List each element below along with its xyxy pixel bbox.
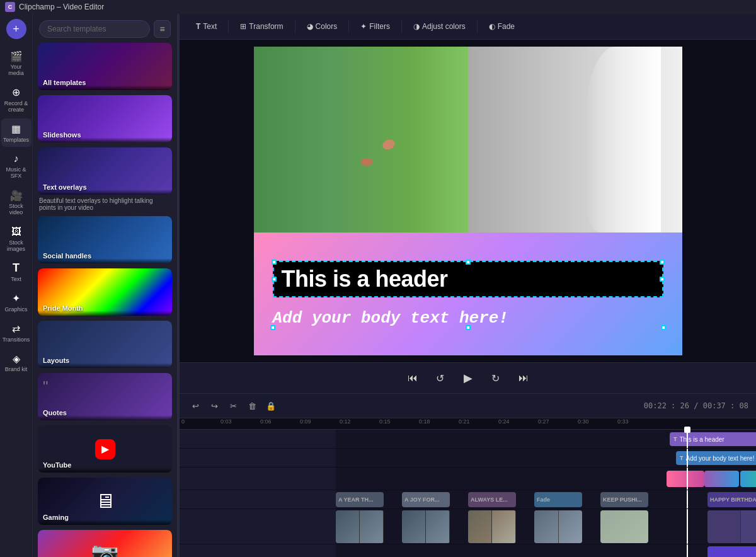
stock-images-icon: 🖼	[9, 225, 23, 239]
track-row-body: T Add your body text here!	[180, 449, 756, 468]
template-youtube[interactable]: ▶ YouTube	[38, 425, 172, 473]
color-clip-1[interactable]	[667, 471, 704, 487]
toolbar-filters-btn[interactable]: ✦ Filters	[354, 19, 396, 34]
template-quotes[interactable]: " Quotes	[38, 373, 172, 420]
template-label-social: Social handles	[43, 252, 91, 260]
toolbar-sep-1	[228, 20, 229, 33]
redo-button[interactable]: ↪	[206, 398, 222, 414]
video-clip-always-label: ALWAYS LE...	[471, 497, 508, 503]
handle-tm[interactable]	[466, 260, 471, 265]
sidebar-item-your-media[interactable]: 🎬 Your media	[1, 45, 32, 81]
template-social-handles[interactable]: Social handles	[38, 216, 172, 263]
app-icon: C	[5, 2, 15, 12]
track-content-body: T Add your body text here!	[336, 449, 756, 467]
sidebar-item-record-create[interactable]: ⊕ Record & create	[1, 82, 32, 117]
color-clip-3[interactable]	[740, 471, 756, 487]
template-all-templates[interactable]: All templates	[38, 43, 172, 90]
handle-mr[interactable]	[660, 277, 665, 282]
sidebar-item-templates[interactable]: ▦ Templates	[1, 118, 32, 147]
body-text-track[interactable]: T Add your body text here!	[676, 451, 756, 465]
toolbar-filters-label: Filters	[369, 22, 390, 31]
track-row-thumbnails	[180, 509, 756, 544]
video-clip-a-joy[interactable]: A JOY FOR...	[402, 492, 450, 507]
instagram-icon: 📷	[91, 541, 119, 558]
playhead-clips	[687, 490, 688, 508]
handle-br[interactable]	[661, 325, 666, 330]
sidebar-item-transitions[interactable]: ⇄ Transitions	[1, 318, 32, 347]
color-clip-2[interactable]	[704, 471, 739, 487]
sidebar-item-stock-images[interactable]: 🖼 Stock images	[1, 221, 32, 256]
handle-tl[interactable]	[272, 260, 277, 265]
video-clip-keep[interactable]: KEEP PUSHI...	[600, 492, 648, 507]
filter-button[interactable]: ≡	[154, 20, 171, 38]
video-upper: Watermarked	[254, 47, 682, 233]
video-clip-fade[interactable]: Fade	[534, 492, 582, 507]
toolbar-transform-btn[interactable]: ⊞ Transform	[234, 19, 289, 34]
undo-button[interactable]: ↩	[187, 398, 203, 414]
rewind-button[interactable]: ↺	[432, 369, 449, 387]
forward-button[interactable]: ↻	[487, 369, 505, 387]
sidebar-label-templates: Templates	[3, 137, 29, 144]
total-frame-sep: :	[730, 401, 735, 410]
thumb-strip-4[interactable]	[534, 510, 582, 543]
cut-button[interactable]: ✂	[225, 398, 241, 414]
handle-bm[interactable]	[466, 325, 471, 330]
toolbar-sep-3	[348, 20, 349, 33]
youtube-play-icon: ▶	[95, 439, 115, 459]
sidebar-item-brand-kit[interactable]: ◈ Brand kit	[1, 348, 32, 377]
transform-icon: ⊞	[240, 22, 246, 31]
filters-icon: ✦	[360, 22, 367, 31]
body-text-display[interactable]: Add your body text here!	[273, 309, 663, 328]
track-content-thumbs	[336, 509, 756, 544]
lock-button[interactable]: 🔒	[263, 398, 279, 414]
toolbar-fade-btn[interactable]: ◐ Fade	[483, 19, 521, 34]
template-instagram[interactable]: 📷 Instagram	[38, 530, 172, 557]
toolbar-adjust-colors-btn[interactable]: ◑ Adjust colors	[407, 19, 472, 34]
colors-icon: ◕	[307, 22, 313, 31]
thumb-strip-2[interactable]	[402, 510, 450, 543]
search-bar: ≡	[33, 14, 177, 43]
add-button[interactable]: +	[6, 19, 26, 39]
sidebar-item-graphics[interactable]: ✦ Graphics	[1, 288, 32, 317]
sidebar-item-text[interactable]: T Text	[1, 258, 32, 287]
handle-ml[interactable]	[272, 277, 277, 282]
template-slideshows[interactable]: Slideshows	[38, 95, 172, 142]
header-text-track[interactable]: T This is a header	[670, 432, 756, 446]
handle-tr[interactable]	[660, 260, 665, 265]
sidebar-item-music-sfx[interactable]: ♪ Music & SFX	[1, 148, 32, 183]
bottom-purple-track[interactable]	[707, 546, 756, 557]
toolbar-colors-btn[interactable]: ◕ Colors	[301, 19, 344, 34]
video-clip-happy[interactable]: HAPPY BIRTHDAY	[707, 492, 756, 507]
sidebar-item-stock-video[interactable]: 🎥 Stock video	[1, 185, 32, 220]
header-text-display[interactable]: This is a header	[273, 261, 663, 297]
template-gaming[interactable]: 🖥 Gaming	[38, 478, 172, 525]
search-input[interactable]	[39, 20, 150, 38]
play-button[interactable]: ▶	[459, 369, 477, 387]
template-text-overlays[interactable]: Text overlays Beautiful text overlays to…	[38, 147, 172, 211]
thumb-strip-1[interactable]	[336, 510, 384, 543]
thumb-strip-5[interactable]	[600, 510, 648, 543]
thumb-strip-6[interactable]	[707, 510, 756, 543]
skip-back-button[interactable]: ⏮	[404, 369, 421, 387]
playhead-color	[687, 468, 688, 490]
current-time: 00:22	[644, 401, 667, 410]
record-icon: ⊕	[9, 86, 23, 100]
template-layouts[interactable]: Layouts	[38, 321, 172, 368]
thumb-strip-3[interactable]	[468, 510, 516, 543]
handle-bl[interactable]	[270, 325, 275, 330]
toolbar-text-btn[interactable]: T Text	[190, 19, 223, 34]
video-clip-always[interactable]: ALWAYS LE...	[468, 492, 516, 507]
skip-forward-button[interactable]: ⏭	[515, 369, 532, 387]
template-label-gaming: Gaming	[43, 514, 69, 521]
video-clip-a-joy-label: A JOY FOR...	[404, 497, 440, 503]
toolbar-sep-2	[295, 20, 295, 33]
template-pride-month[interactable]: Pride Month	[38, 268, 172, 316]
track-row-header: T This is a header	[180, 430, 756, 449]
delete-button[interactable]: 🗑	[244, 398, 260, 414]
playhead-thumbs	[687, 509, 688, 544]
video-clip-a-year[interactable]: A YEAR TH...	[336, 492, 384, 507]
template-desc-text-overlays: Beautiful text overlays to highlight tal…	[38, 197, 172, 211]
sidebar-label-text: Text	[11, 277, 21, 283]
playhead-bottom	[687, 544, 688, 557]
sidebar-label-record: Record & create	[4, 101, 29, 113]
